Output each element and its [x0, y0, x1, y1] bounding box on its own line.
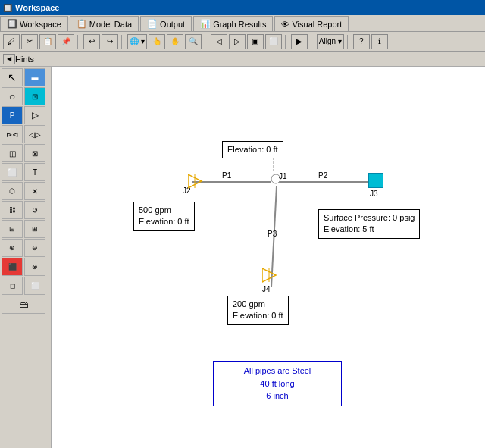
- p2-label: P2: [318, 171, 327, 180]
- note-line-2: 40 ft long: [220, 378, 335, 390]
- graph-results-label: Graph Results: [213, 20, 266, 29]
- tool-btn-merge[interactable]: ⊞: [24, 220, 45, 238]
- hints-toggle-btn[interactable]: ◀: [3, 54, 15, 64]
- surface-pressure-text: Surface Pressure: 0 psig: [324, 212, 415, 224]
- tool-btn-junction[interactable]: ○: [2, 87, 23, 105]
- model-data-label: Model Data: [89, 20, 132, 29]
- tool-btn-valve[interactable]: ⊳⊲: [2, 125, 23, 143]
- tool-btn-pump[interactable]: P: [2, 106, 23, 124]
- workspace-icon: 🔲: [7, 19, 17, 29]
- tool-btn-demand[interactable]: ▷: [24, 106, 45, 124]
- tab-bar: 🔲 Workspace 📋 Model Data 📄 Output 📊 Grap…: [0, 15, 485, 32]
- tool-btn-pipe[interactable]: ▬: [24, 68, 45, 86]
- toolbar-btn-help[interactable]: ?: [353, 34, 370, 49]
- tool-btn-pump2[interactable]: ⬛: [2, 258, 23, 276]
- tool-btn-a2[interactable]: ⬜: [24, 277, 45, 295]
- model-data-icon: 📋: [77, 19, 87, 29]
- tool-btn-link[interactable]: ⛓: [2, 201, 23, 219]
- toolbar-btn-pointer[interactable]: 👆: [149, 34, 165, 49]
- j3-label: J3: [370, 190, 378, 198]
- tool-row-8: ⛓ ↺: [2, 201, 49, 219]
- toolbar-btn-3[interactable]: 📋: [39, 34, 56, 49]
- canvas[interactable]: Elevation: 0 ft J2 P1 J1 P2 J3 500 gpm E…: [52, 67, 485, 448]
- output-icon: 📄: [147, 19, 158, 29]
- toolbar-sep-6: [347, 35, 350, 49]
- toolbar-btn-magnify[interactable]: 🔍: [185, 34, 202, 49]
- j4-gpm: 200 gpm: [233, 299, 283, 310]
- tab-graph-results[interactable]: 📊 Graph Results: [193, 16, 273, 31]
- tool-btn-tray[interactable]: 🗃: [2, 296, 45, 314]
- toolbar-btn-info[interactable]: ℹ: [371, 34, 388, 49]
- toolbar-sep-5: [311, 35, 314, 49]
- tool-row-13: 🗃: [2, 296, 49, 314]
- toolbar-btn-forward[interactable]: ▷: [229, 34, 246, 49]
- tool-btn-a1[interactable]: ◻: [2, 277, 23, 295]
- main-toolbar: 🖊 ✂ 📋 📌 ↩ ↪ 🌐 ▾ 👆 ✋ 🔍 ◁ ▷ ▣ ⬜ ▶ Align ▾ …: [0, 32, 485, 52]
- j4-label: J4: [262, 285, 271, 293]
- j3-tank: [368, 173, 383, 188]
- tool-row-1: ↖ ▬: [2, 68, 49, 86]
- j4-info-box: 200 gpm Elevation: 0 ft: [227, 296, 289, 325]
- tool-btn-rotate[interactable]: ↺: [24, 201, 45, 219]
- toolbar-btn-undo[interactable]: ↩: [83, 34, 100, 49]
- p1-label: P1: [222, 171, 231, 180]
- hints-label: Hints: [15, 55, 34, 64]
- toolbar-btn-1[interactable]: 🖊: [3, 34, 20, 49]
- tool-btn-select[interactable]: ⬡: [2, 182, 23, 200]
- visual-report-icon: 👁: [281, 20, 289, 29]
- toolbar-btn-sq1[interactable]: ▣: [247, 34, 264, 49]
- tab-output[interactable]: 📄 Output: [140, 16, 192, 31]
- toolbar-btn-4[interactable]: 📌: [58, 34, 74, 49]
- toolbar-align-dropdown[interactable]: Align ▾: [317, 34, 344, 49]
- demand-elevation: Elevation: 0 ft: [139, 216, 189, 227]
- tool-btn-meter[interactable]: ◫: [2, 144, 23, 162]
- tool-btn-prv[interactable]: ◁▷: [24, 125, 45, 143]
- demand-gpm: 500 gpm: [139, 205, 189, 216]
- tool-btn-valve2[interactable]: ⊗: [24, 258, 45, 276]
- tool-row-2: ○ ⊡: [2, 87, 49, 105]
- toolbar-btn-back[interactable]: ◁: [211, 34, 227, 49]
- tool-btn-delete[interactable]: ✕: [24, 182, 45, 200]
- tab-workspace[interactable]: 🔲 Workspace: [0, 16, 68, 31]
- toolbar-globe-dropdown[interactable]: 🌐 ▾: [127, 34, 147, 49]
- toolbar-sep-4: [285, 35, 288, 49]
- j4-demand-triangle: [262, 268, 277, 284]
- app-icon: 🔲: [3, 4, 12, 12]
- tool-btn-text[interactable]: T: [24, 163, 45, 181]
- left-toolbar: ↖ ▬ ○ ⊡ P ▷ ⊳⊲ ◁▷ ◫ ⊠ ⬜ T ⬡ ✕: [0, 67, 52, 448]
- tool-btn-split[interactable]: ⊟: [2, 220, 23, 238]
- app-title: Workspace: [15, 3, 60, 12]
- note-box: All pipes are Steel 40 ft long 6 inch: [213, 361, 342, 406]
- tool-row-11: ⬛ ⊗: [2, 258, 49, 276]
- tool-btn-check[interactable]: ⊠: [24, 144, 45, 162]
- toolbar-btn-run[interactable]: ▶: [291, 34, 308, 49]
- toolbar-sep-2: [121, 35, 124, 49]
- surface-pressure-box: Surface Pressure: 0 psig Elevation: 5 ft: [318, 209, 420, 239]
- note-line-3: 6 inch: [220, 390, 335, 403]
- tool-row-6: ⬜ T: [2, 163, 49, 181]
- hints-bar: ◀ Hints: [0, 52, 485, 67]
- tool-btn-reservoir[interactable]: ⊡: [24, 87, 45, 105]
- tab-model-data[interactable]: 📋 Model Data: [70, 16, 139, 31]
- tool-row-7: ⬡ ✕: [2, 182, 49, 200]
- toolbar-sep-3: [205, 35, 208, 49]
- toolbar-btn-hand[interactable]: ✋: [167, 34, 183, 49]
- elevation-text: Elevation: 0 ft: [227, 145, 278, 154]
- workspace-label: Workspace: [20, 20, 61, 29]
- tool-btn-cursor[interactable]: ↖: [2, 68, 23, 86]
- tool-btn-zoom-out[interactable]: ⊖: [24, 239, 45, 257]
- demand-info-box: 500 gpm Elevation: 0 ft: [133, 202, 195, 231]
- tool-row-5: ◫ ⊠: [2, 144, 49, 162]
- toolbar-btn-redo[interactable]: ↪: [102, 34, 118, 49]
- tool-row-10: ⊕ ⊖: [2, 239, 49, 257]
- title-bar: 🔲 Workspace: [0, 0, 485, 15]
- toolbar-btn-2[interactable]: ✂: [21, 34, 38, 49]
- p3-label: P3: [268, 230, 277, 238]
- j1-label: J1: [279, 172, 287, 180]
- main-area: ↖ ▬ ○ ⊡ P ▷ ⊳⊲ ◁▷ ◫ ⊠ ⬜ T ⬡ ✕: [0, 67, 485, 448]
- tool-btn-tank[interactable]: ⬜: [2, 163, 23, 181]
- tool-btn-zoom-in[interactable]: ⊕: [2, 239, 23, 257]
- toolbar-btn-sq2[interactable]: ⬜: [265, 34, 282, 49]
- tab-visual-report[interactable]: 👁 Visual Report: [274, 16, 349, 31]
- note-line-1: All pipes are Steel: [220, 365, 335, 378]
